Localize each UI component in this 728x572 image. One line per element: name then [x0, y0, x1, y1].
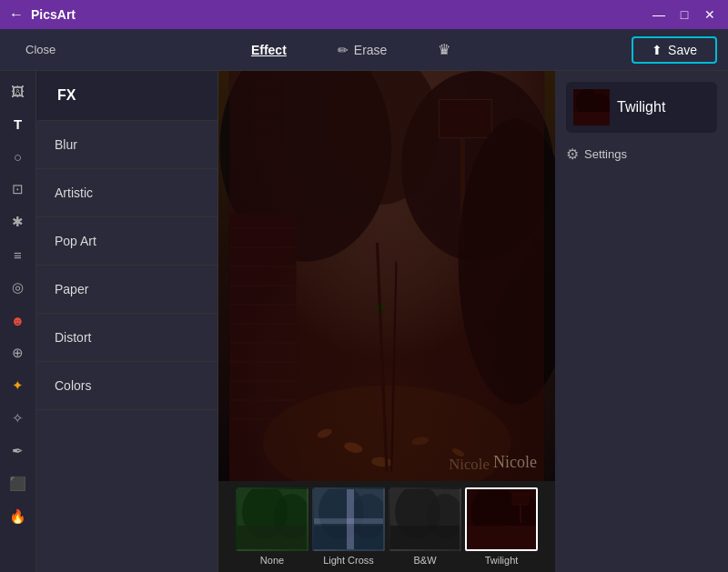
effect-item-blur[interactable]: Blur [36, 121, 217, 169]
wand-tool[interactable]: ✦ [4, 371, 33, 400]
left-sidebar: 🖼 T ○ ⊡ ✱ ≡ ◎ ☻ ⊕ ✦ ✧ ✒ ⬛ 🔥 [0, 71, 36, 572]
effects-panel: FX Blur Artistic Pop Art Paper Distort C… [36, 71, 218, 572]
save-icon: ⬆ [652, 43, 662, 57]
save-button[interactable]: ⬆ Save [632, 36, 717, 64]
pen-tool[interactable]: ✒ [4, 437, 33, 466]
canvas-svg: Nicole [218, 71, 555, 481]
tab-premium[interactable]: ♛ [430, 37, 458, 62]
thumb-bw-label: B&W [413, 555, 436, 566]
current-effect-name: Twilight [617, 99, 665, 115]
canvas-area: Nicole None [218, 71, 555, 572]
main-toolbar: Close Effect ✏ Erase ♛ ⬆ Save [0, 29, 728, 71]
close-toolbar-button[interactable]: Close [11, 43, 70, 56]
effects-list: FX Blur Artistic Pop Art Paper Distort C… [36, 71, 217, 572]
crop-tool[interactable]: ⊡ [4, 175, 33, 204]
thumb-twilight-svg [467, 489, 538, 551]
thumb-bw-img [389, 487, 461, 551]
star-tool[interactable]: ✱ [4, 207, 33, 236]
svg-rect-36 [238, 526, 308, 551]
effect-item-paper[interactable]: Paper [36, 266, 217, 314]
toolbar-tabs: Effect ✏ Erase ♛ [70, 37, 632, 62]
effect-thumb-svg [573, 89, 610, 125]
app-title: PicsArt [31, 7, 76, 22]
sparkle-tool[interactable]: ✧ [4, 404, 33, 433]
effect-item-fx[interactable]: FX [36, 71, 217, 121]
effect-item-popart[interactable]: Pop Art [36, 217, 217, 266]
settings-button[interactable]: ⚙ Settings [566, 142, 717, 166]
thumb-none-img [236, 487, 308, 551]
thumb-bw[interactable]: B&W [389, 487, 461, 566]
thumb-none[interactable]: None [236, 487, 308, 566]
effect-item-colors[interactable]: Colors [36, 362, 217, 410]
current-effect-display: Twilight [566, 82, 717, 133]
thumb-bw-svg [390, 489, 461, 551]
thumb-none-label: None [260, 555, 284, 566]
thumb-twilight-img [465, 487, 538, 551]
effect-item-artistic[interactable]: Artistic [36, 169, 217, 217]
maximize-button[interactable]: □ [675, 7, 693, 22]
flame-tool[interactable]: 🔥 [4, 502, 33, 531]
svg-rect-53 [467, 489, 538, 551]
sticker-tool[interactable]: ⬛ [4, 469, 33, 498]
effect-item-distort[interactable]: Distort [36, 314, 217, 362]
svg-rect-58 [573, 89, 610, 125]
text-tool[interactable]: T [4, 109, 33, 138]
image-tool[interactable]: 🖼 [4, 76, 33, 105]
filter-tool[interactable]: ◎ [4, 273, 33, 302]
minimize-button[interactable]: — [650, 7, 668, 22]
layers-tool[interactable]: ⊕ [4, 338, 33, 367]
face-tool[interactable]: ☻ [4, 306, 33, 335]
thumb-twilight-label: Twilight [485, 555, 519, 566]
right-panel: Twilight ⚙ Settings [555, 71, 728, 572]
lasso-tool[interactable]: ○ [4, 142, 33, 171]
svg-rect-46 [390, 526, 461, 551]
titlebar-controls: — □ ✕ [650, 7, 719, 22]
close-button[interactable]: ✕ [701, 7, 719, 22]
main-content: 🖼 T ○ ⊡ ✱ ≡ ◎ ☻ ⊕ ✦ ✧ ✒ ⬛ 🔥 FX Blur Arti… [0, 71, 728, 572]
tab-effect[interactable]: Effect [244, 37, 294, 62]
canvas-image: Nicole [218, 71, 555, 481]
lines-tool[interactable]: ≡ [4, 240, 33, 269]
thumb-lightcross-label: Light Cross [323, 555, 374, 566]
svg-rect-32 [229, 71, 544, 481]
gear-icon: ⚙ [566, 146, 579, 163]
crown-icon: ♛ [438, 41, 450, 58]
back-button[interactable]: ← [9, 6, 24, 23]
erase-icon: ✏ [338, 43, 349, 57]
thumb-light-cross[interactable]: Light Cross [312, 487, 385, 566]
thumb-lightcross-svg [314, 489, 385, 551]
titlebar-left: ← PicsArt [9, 6, 76, 23]
current-effect-thumbnail [573, 89, 610, 125]
thumb-none-svg [238, 489, 308, 551]
thumbnail-strip: None Light Cross [218, 481, 555, 572]
thumb-twilight[interactable]: Twilight [465, 487, 538, 566]
tab-erase[interactable]: ✏ Erase [330, 37, 395, 62]
titlebar: ← PicsArt — □ ✕ [0, 0, 728, 29]
thumb-lightcross-img [312, 487, 385, 551]
